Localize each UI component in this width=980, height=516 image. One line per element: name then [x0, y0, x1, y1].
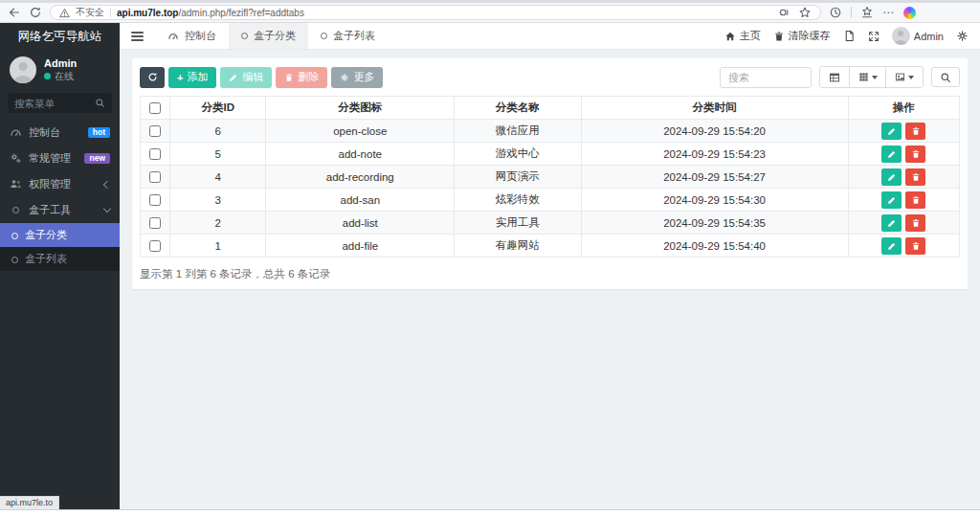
circle-icon	[321, 33, 327, 39]
row-select-cell	[141, 235, 170, 258]
search-icon	[940, 72, 951, 83]
delete-button[interactable]: 删除	[276, 67, 327, 88]
copilot-icon[interactable]	[903, 7, 916, 19]
row-delete-button[interactable]	[905, 146, 925, 163]
row-checkbox[interactable]	[149, 125, 161, 137]
column-header-time[interactable]: 分类时间	[581, 97, 848, 120]
row-category-name: 游戏中心	[455, 143, 581, 166]
hot-badge: hot	[88, 127, 110, 139]
menu-toggle-icon[interactable]	[120, 32, 155, 41]
more-button[interactable]: 更多	[331, 67, 383, 88]
table-row: 5add-note游戏中心2024-09-29 15:54:23	[141, 143, 960, 166]
settings-gear-icon[interactable]	[956, 30, 969, 42]
row-icon-name: add-list	[266, 212, 455, 235]
back-icon[interactable]	[8, 6, 21, 19]
row-id: 6	[170, 120, 266, 143]
row-time: 2024-09-29 15:54:20	[581, 120, 848, 143]
pencil-icon	[887, 126, 897, 136]
edit-button[interactable]: 编辑	[220, 67, 272, 88]
table-search-input[interactable]	[720, 67, 812, 88]
top-navbar: 控制台 盒子分类 盒子列表 主页 清除缓存	[120, 23, 980, 50]
sidebar-item-permissions[interactable]: 权限管理	[0, 171, 120, 197]
language-icon[interactable]	[843, 30, 856, 42]
chevron-down-icon	[103, 205, 111, 213]
row-delete-button[interactable]	[905, 123, 925, 140]
bookmark-star-icon[interactable]	[798, 6, 812, 19]
history-icon[interactable]	[829, 6, 842, 19]
row-time: 2024-09-29 15:54:40	[581, 235, 848, 258]
favorites-bar-icon[interactable]	[860, 6, 874, 19]
row-select-cell	[141, 120, 170, 143]
tab-box-categories[interactable]: 盒子分类	[229, 23, 308, 49]
row-id: 1	[170, 235, 266, 258]
main-area: 控制台 盒子分类 盒子列表 主页 清除缓存	[120, 23, 980, 509]
trash-icon	[911, 218, 921, 228]
columns-grid-icon	[858, 72, 869, 82]
row-id: 5	[170, 143, 266, 166]
user-panel: Admin 在线	[0, 50, 120, 88]
fullscreen-icon[interactable]	[868, 31, 880, 42]
pencil-icon	[229, 73, 238, 82]
add-button[interactable]: + 添加	[168, 67, 216, 88]
sidebar-item-general[interactable]: 常规管理 new	[0, 146, 120, 171]
categories-table: 分类ID 分类图标 分类名称 分类时间 操作 6open-close微信应用20…	[140, 96, 960, 258]
columns-button[interactable]	[850, 67, 886, 87]
select-all-checkbox[interactable]	[149, 102, 161, 114]
admin-profile[interactable]: Admin	[892, 27, 944, 45]
clear-cache-button[interactable]: 清除缓存	[773, 29, 831, 43]
pencil-icon	[887, 195, 897, 205]
row-delete-button[interactable]	[905, 237, 925, 255]
row-checkbox[interactable]	[149, 194, 161, 206]
online-dot-icon	[44, 73, 51, 79]
sidebar-item-box-tools[interactable]: 盒子工具	[0, 197, 120, 223]
toolbar-right	[720, 66, 960, 88]
circle-icon	[11, 230, 18, 241]
read-aloud-icon[interactable]	[777, 6, 791, 19]
table-body: 6open-close微信应用2024-09-29 15:54:205add-n…	[141, 120, 960, 258]
column-header-id[interactable]: 分类ID	[170, 97, 266, 120]
tab-dashboard[interactable]: 控制台	[155, 23, 229, 49]
row-category-name: 有趣网站	[455, 235, 581, 258]
row-checkbox[interactable]	[149, 217, 161, 229]
row-category-name: 实用工具	[455, 212, 581, 235]
row-id: 2	[170, 212, 266, 235]
plus-icon: +	[177, 72, 183, 83]
reload-icon[interactable]	[29, 6, 42, 19]
row-edit-button[interactable]	[881, 237, 902, 255]
menu-search-input[interactable]	[14, 98, 91, 109]
browser-menu-icon[interactable]: ⋯	[882, 6, 895, 19]
sidebar-item-box-list[interactable]: 盒子列表	[0, 247, 120, 271]
row-select-cell	[141, 189, 170, 212]
column-header-icon[interactable]: 分类图标	[266, 97, 455, 120]
row-edit-button[interactable]	[881, 146, 902, 163]
row-edit-button[interactable]	[881, 191, 902, 209]
pencil-icon	[887, 172, 897, 182]
address-bar[interactable]: 不安全 api.mu7le.top/admin.php/fezifl?ref=a…	[50, 5, 821, 20]
screen: 不安全 api.mu7le.top/admin.php/fezifl?ref=a…	[0, 0, 980, 516]
row-edit-button[interactable]	[881, 168, 902, 186]
trash-icon	[284, 73, 294, 82]
row-edit-button[interactable]	[881, 214, 902, 232]
refresh-button[interactable]	[140, 67, 165, 88]
row-checkbox[interactable]	[149, 171, 161, 183]
row-time: 2024-09-29 15:54:23	[581, 143, 848, 166]
toggle-view-button[interactable]	[820, 67, 850, 87]
circle-icon	[11, 254, 18, 265]
sidebar-item-dashboard[interactable]: 控制台 hot	[0, 120, 120, 146]
row-delete-button[interactable]	[905, 214, 925, 232]
table-search-button[interactable]	[931, 67, 960, 87]
row-delete-button[interactable]	[905, 191, 925, 209]
pencil-icon	[887, 149, 897, 159]
row-checkbox[interactable]	[149, 240, 161, 252]
site-title: 网络乞丐导航站	[0, 23, 120, 50]
row-delete-button[interactable]	[905, 168, 925, 186]
export-button[interactable]	[886, 67, 923, 87]
home-button[interactable]: 主页	[724, 29, 761, 43]
row-checkbox[interactable]	[149, 148, 161, 160]
column-header-name[interactable]: 分类名称	[455, 97, 581, 120]
sidebar-item-box-categories[interactable]: 盒子分类	[0, 223, 120, 247]
row-edit-button[interactable]	[881, 123, 902, 140]
admin-app: 网络乞丐导航站 Admin 在线 控制台 hot 常规管理 new	[0, 23, 980, 509]
tab-box-list[interactable]: 盒子列表	[308, 23, 388, 49]
table-card: + 添加 编辑 删除 更多	[132, 58, 968, 289]
